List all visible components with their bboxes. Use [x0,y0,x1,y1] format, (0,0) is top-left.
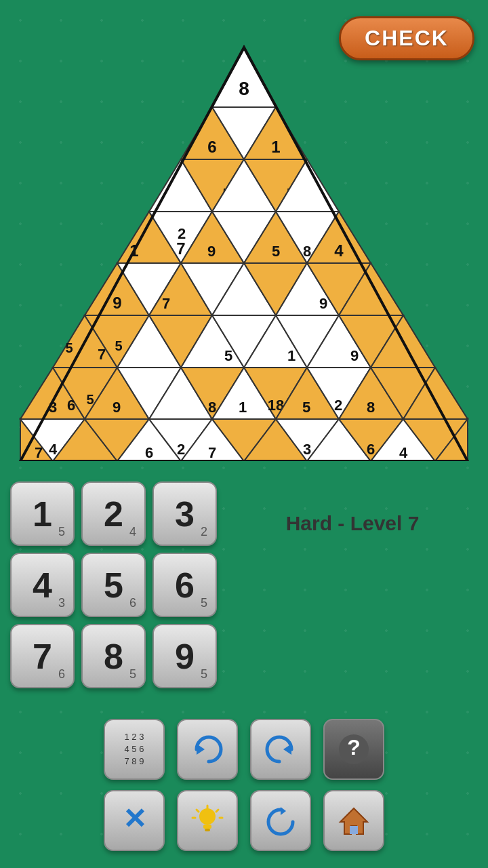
num-btn-3[interactable]: 3 2 [152,481,217,546]
triangle-container: 8 6 1 5 7 [10,27,478,461]
svg-text:9: 9 [319,295,327,312]
puzzle-area: 8 6 1 5 7 [0,27,488,461]
svg-marker-110 [283,744,291,755]
svg-text:6: 6 [67,397,75,414]
level-text: Hard - Level 7 [286,512,420,535]
svg-text:9: 9 [113,294,121,312]
home-button[interactable] [323,790,384,851]
toolbar-row1: 1 2 34 5 67 8 9 ? [0,719,488,780]
svg-text:6: 6 [367,441,375,458]
svg-point-114 [199,808,216,825]
level-info: Hard - Level 7 [230,512,474,535]
redo-button[interactable] [250,719,311,780]
svg-text:7: 7 [98,346,106,363]
svg-text:5: 5 [86,392,94,407]
svg-text:6: 6 [207,138,216,156]
svg-text:7: 7 [162,295,170,312]
restart-button[interactable] [250,790,311,851]
num-sub-6: 5 [201,596,207,610]
num-main-8: 8 [104,639,123,674]
num-main-9: 9 [175,639,195,674]
num-main-6: 6 [175,568,195,603]
svg-text:5: 5 [115,338,122,353]
svg-text:4: 4 [49,441,58,458]
svg-text:2: 2 [178,225,186,242]
svg-text:9: 9 [207,243,216,260]
num-sub-9: 5 [201,667,207,682]
svg-line-118 [197,810,199,812]
num-btn-8[interactable]: 8 5 [81,624,146,688]
num-sub-7: 6 [58,667,65,682]
num-main-7: 7 [33,639,52,674]
puzzle-svg[interactable]: 8 6 1 5 7 [10,27,478,461]
num-btn-9[interactable]: 9 5 [152,624,217,688]
num-main-4: 4 [33,568,52,603]
num-btn-7[interactable]: 7 6 [10,624,75,688]
num-sub-5: 6 [129,596,136,610]
num-btn-2[interactable]: 2 4 [81,481,146,546]
svg-rect-116 [205,829,210,831]
num-btn-4[interactable]: 4 3 [10,553,75,617]
svg-text:3: 3 [303,441,311,458]
svg-text:5: 5 [224,347,232,364]
num-btn-1[interactable]: 1 5 [10,481,75,546]
svg-rect-124 [350,826,358,834]
svg-text:5: 5 [302,399,310,416]
num-btn-6[interactable]: 6 5 [152,553,217,617]
num-sub-3: 2 [201,525,207,539]
svg-marker-109 [197,744,205,755]
svg-text:4: 4 [399,444,408,461]
erase-button[interactable]: ✕ [104,790,165,851]
svg-text:2: 2 [177,441,185,458]
toolbar-row2: ✕ [0,790,488,851]
svg-text:1: 1 [271,138,280,156]
hint-button[interactable]: ? [323,719,384,780]
num-main-5: 5 [104,568,123,603]
number-grid: 1 5 2 4 3 2 4 3 5 6 6 5 7 6 8 5 9 5 [10,481,217,688]
svg-rect-115 [203,825,211,829]
svg-line-119 [216,810,218,812]
svg-marker-122 [281,807,286,815]
undo-button[interactable] [177,719,238,780]
svg-text:8: 8 [367,399,375,416]
svg-text:2: 2 [334,397,342,414]
svg-text:9: 9 [113,399,121,416]
num-sub-2: 4 [129,525,136,539]
svg-text:9: 9 [350,347,359,364]
num-main-3: 3 [175,496,195,532]
num-sub-8: 5 [129,667,136,682]
svg-text:4: 4 [334,241,344,260]
svg-text:7: 7 [208,444,216,461]
num-sub-1: 5 [58,525,65,539]
svg-text:1: 1 [287,347,296,364]
svg-text:?: ? [347,735,361,760]
num-main-2: 2 [104,496,123,532]
svg-text:1: 1 [239,399,247,416]
notes-button[interactable]: 1 2 34 5 67 8 9 [104,719,165,780]
num-main-1: 1 [33,496,52,532]
svg-text:✕: ✕ [123,803,146,835]
svg-text:8: 8 [239,78,249,99]
lightbulb-button[interactable] [177,790,238,851]
svg-text:6: 6 [145,444,153,461]
num-btn-5[interactable]: 5 6 [81,553,146,617]
num-sub-4: 3 [58,596,65,610]
svg-text:5: 5 [272,243,280,260]
svg-text:5: 5 [65,340,73,355]
svg-text:7: 7 [176,239,185,258]
